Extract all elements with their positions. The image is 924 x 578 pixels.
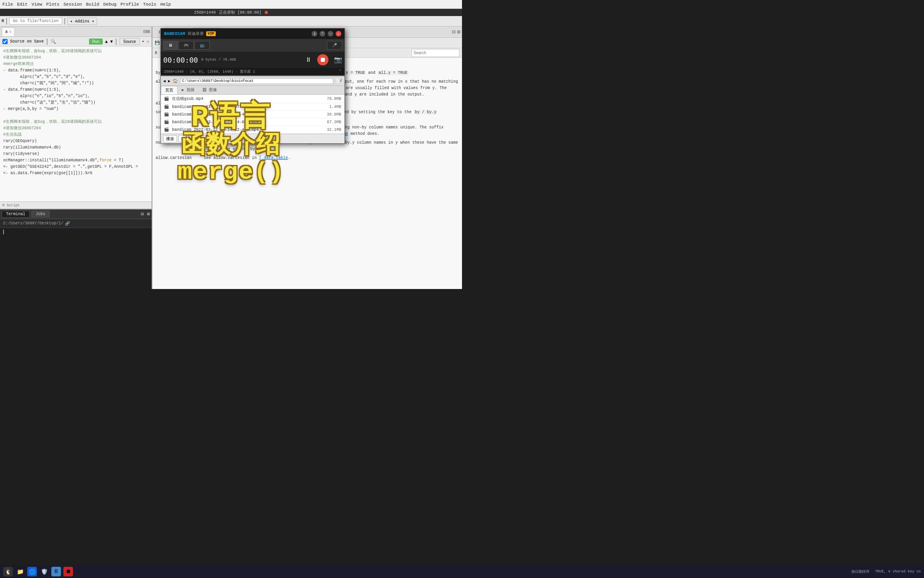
recording-bar: 2560×1440 正在录制 [00:00:00] [0,9,462,16]
file-item-5[interactable]: 🎬 bandicam 2022-03-22 23-14-22-435.mp4 3… [161,126,344,134]
code-editor[interactable]: #生脚脚本报错，改bug，求助，花20请我喝奶茶就可以 #请加微信3609728… [0,47,152,201]
terminal-tab[interactable]: Terminal [2,211,30,218]
terminal-content[interactable]: ▎ [0,228,152,289]
source-on-save-label: Source on Save [10,39,44,44]
right-panel-maximize[interactable]: ⊞ [457,28,460,35]
bandicam-timer: 00:00:00 [163,56,198,64]
file-icon-2: 🎬 [164,104,169,109]
bandicam-minimize-btn[interactable]: — [328,31,333,37]
file-icon-1: 🎬 [164,96,169,101]
bandicam-info-btn[interactable]: ℹ [312,31,317,37]
menu-session[interactable]: Session [63,2,82,7]
arrow-down-icon[interactable]: ▼ [110,39,113,44]
bandicam-tab-mic[interactable]: 🎤 [327,41,342,50]
menu-file[interactable]: File [2,2,13,7]
toolbar-go-to-file[interactable]: Go to file/function [9,18,62,24]
right-panel-minimize[interactable]: ⊟ [452,28,455,35]
menu-build[interactable]: Build [86,2,99,7]
recording-dot-indicator [265,11,268,14]
bandicam-image-tab[interactable]: 🖼 图像 [199,86,221,94]
source-button[interactable]: Source [120,38,140,45]
file-nav-bar: ◀ ▶ 🏠 C:\Users\36097\Desktop\bioinfocat … [161,76,344,86]
toolbar-divider [6,18,7,24]
menu-view[interactable]: View [32,2,42,7]
file-item-3[interactable]: 🎬 bandicam 2022-03-30 21-35-22-429.mp4 3… [161,111,344,118]
file-item-1[interactable]: 🎬 生信猫gsub.mp4 76.8MB [161,95,344,103]
bandicam-stop-btn[interactable] [317,54,328,65]
bandicam-record-area: 00:00:00 0 bytes / 70.4GB ⏸ 📷 [161,52,344,68]
menu-help[interactable]: Help [160,2,171,7]
file-nav-new[interactable]: 📄/ [336,79,342,83]
code-line-5: alp=c("a","b","c","d","e"), [3,74,150,80]
code-line-4: - data.frame(num=c(1:5), [3,67,150,74]
bandicam-resolution-text: 2560×1440 · (0, 0), (2560, 1440) · 显示器 1 [164,69,255,74]
recording-timer: 正在录制 [00:00:00] [219,10,261,15]
toolbar-addins[interactable]: ✦ Addins ▾ [67,18,97,25]
code-line-3: #merge简单用法 [3,61,150,67]
file-nav-btn3[interactable]: 🏠 [173,79,178,83]
bandicam-titlebar: BANDICAM 班迪录屏 VIP ℹ ? — ✕ [161,28,344,39]
file-size-4: 87.3MB [321,120,341,124]
bandicam-tab-hdmi[interactable]: 📺 [195,41,210,50]
code-line-7: - data.frame(num=c(1:5), [3,87,150,93]
editor-statusbar: R Script [0,201,152,209]
bandicam-resolution-bar: 2560×1440 · (0, 0), (2560, 1440) · 显示器 1… [161,68,344,75]
bandicam-window: BANDICAM 班迪录屏 VIP ℹ ? — ✕ 🖥 🎮 📺 🎤 00:00:… [160,28,345,144]
source-on-save-checkbox[interactable] [2,39,8,44]
menu-plots[interactable]: Plots [46,2,59,7]
bandicam-video-tab[interactable]: ▶ 视频 [178,86,199,94]
code-line-17: ocManager::install("illuminaHumanv4.db",… [3,157,150,164]
bandicam-pause-btn[interactable]: ⏸ [305,56,312,64]
terminal-cursor: ▎ [3,230,6,234]
file-action-delete[interactable]: 删除 [209,135,223,142]
code-line-11: #生脚脚本报错，改bug，求助，花20请我喝奶茶就可以 [3,119,150,125]
file-nav-btn2[interactable]: ▶ [168,79,170,83]
code-line-19: <- as.data.frame(exprs(gse[[1]])).%>% [3,170,150,177]
bandicam-title: BANDICAM [164,31,185,36]
file-action-edit[interactable]: 编辑 [178,135,192,142]
menu-tools[interactable]: Tools [143,2,156,7]
save-icon[interactable]: 💾 [155,41,160,45]
editor-close[interactable]: ✕ [146,39,149,44]
menu-profile[interactable]: Profile [120,2,139,7]
arrow-up-icon[interactable]: ▲ [105,39,108,44]
file-action-new[interactable]: 播放 [163,135,177,142]
main-toolbar: R Go to file/function ✦ Addins ▾ [0,16,462,26]
file-nav-btn1[interactable]: ◀ [163,79,166,83]
bandicam-expand-btn[interactable]: ⌃ [339,69,341,74]
editor-tab-a[interactable]: a ✕ [2,27,15,36]
data-table-link[interactable]: [.data.table [259,156,288,160]
code-line-6: char=c("我","间","阿","城","!")) [3,80,150,87]
file-action-upload[interactable]: 上传 [194,135,207,142]
file-icon-4: 🎬 [164,120,169,124]
code-line-16: rary(tidyverse) [3,151,150,157]
bandicam-tab-screen[interactable]: 🖥 [163,41,178,50]
file-item-2[interactable]: 🎬 bandicam 2022-03-30 21-39-07-732.mp4 1… [161,103,344,111]
file-name-2: bandicam 2022-03-30 21-39-07-732.mp4 [172,105,318,109]
bandicam-close-btn[interactable]: ✕ [336,31,341,37]
jobs-tab[interactable]: Jobs [31,211,50,218]
terminal-minimize[interactable]: ⊟ [141,211,144,217]
file-item-4[interactable]: 🎬 bandicam 2022-03-29 23-27-14-053.mp4 8… [161,118,344,126]
editor-tab-close[interactable]: ✕ [9,30,11,34]
code-line-14: rary(GEOquery) [3,138,150,144]
menu-debug[interactable]: Debug [103,2,116,7]
terminal-maximize[interactable]: ⊞ [147,211,150,217]
menu-edit[interactable]: Edit [17,2,27,7]
editor-toolbar-divider [47,39,47,45]
file-size-5: 32.1MB [321,128,341,132]
file-name-1: 生信猫gsub.mp4 [172,96,318,102]
bandicam-tab-game[interactable]: 🎮 [178,41,194,50]
file-name-3: bandicam 2022-03-30 21-35-22-429.mp4 [172,112,318,117]
bandicam-page-tab[interactable]: 页页 [161,86,178,94]
source-dropdown[interactable]: ▾ [142,39,144,44]
bandicam-question-btn[interactable]: ? [320,31,325,37]
editor-minimize[interactable]: ⊟ [143,28,146,35]
env-search-input[interactable] [411,49,460,57]
bandicam-tabs-row: 页页 ▶ 视频 🖼 图像 [161,86,344,95]
search-icon[interactable]: 🔍 [51,39,56,44]
run-button[interactable]: Run [89,39,103,45]
code-line-15: rary(illuminaHumanv4.db) [3,144,150,151]
bandicam-camera-btn[interactable]: 📷 [334,56,342,64]
editor-maximize[interactable]: ⊞ [147,28,150,35]
